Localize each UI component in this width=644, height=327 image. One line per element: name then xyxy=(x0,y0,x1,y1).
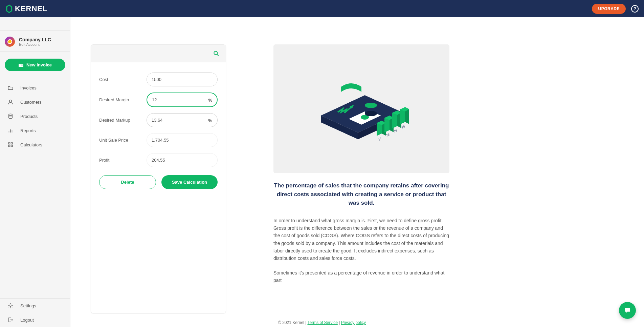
svg-point-22 xyxy=(365,111,377,116)
new-invoice-label: New Invoice xyxy=(26,62,52,67)
main-content: Cost Desired Margin % Desired Markup % U… xyxy=(70,17,644,327)
nav-label: Settings xyxy=(20,303,36,308)
header: KERNEL UPGRADE ? xyxy=(0,0,644,17)
svg-rect-10 xyxy=(11,145,13,147)
footer: © 2021 Kernel | Terms of Service | Priva… xyxy=(278,320,366,325)
nav-label: Invoices xyxy=(20,85,37,90)
new-file-icon xyxy=(18,63,24,67)
profit-output xyxy=(147,153,218,167)
logout-icon xyxy=(7,317,14,323)
nav-label: Calculators xyxy=(20,142,42,147)
nav-label: Reports xyxy=(20,128,36,133)
svg-point-2 xyxy=(9,100,12,102)
nav-main: Invoices Customers Products Reports Calc… xyxy=(0,78,70,298)
profit-label: Profit xyxy=(99,158,147,163)
percent-suffix: % xyxy=(208,97,212,102)
folder-icon xyxy=(7,85,14,91)
row-profit: Profit xyxy=(99,153,218,167)
chat-icon xyxy=(624,307,631,314)
gear-icon xyxy=(7,303,14,309)
svg-rect-7 xyxy=(8,143,10,144)
sidebar: Company LLC Edit Account New Invoice Inv… xyxy=(0,17,70,327)
row-unit-price: Unit Sale Price xyxy=(99,133,218,147)
svg-rect-9 xyxy=(8,145,10,147)
chart-icon xyxy=(7,127,14,134)
logo[interactable]: KERNEL xyxy=(5,4,47,13)
cost-label: Cost xyxy=(99,77,147,82)
sidebar-item-products[interactable]: Products xyxy=(0,109,70,123)
sidebar-item-settings[interactable]: Settings xyxy=(0,299,70,313)
tos-link[interactable]: Terms of Service xyxy=(307,320,337,325)
chat-fab[interactable] xyxy=(619,302,636,319)
header-actions: UPGRADE ? xyxy=(592,4,639,14)
brand-name: KERNEL xyxy=(15,4,47,13)
calculator-body: Cost Desired Margin % Desired Markup % U… xyxy=(91,62,226,197)
edit-account-link[interactable]: Edit Account xyxy=(19,42,51,46)
unitprice-output xyxy=(147,133,218,147)
nav-label: Customers xyxy=(20,100,42,105)
save-calculation-button[interactable]: Save Calculation xyxy=(161,175,218,189)
svg-point-3 xyxy=(9,114,13,116)
svg-rect-1 xyxy=(22,64,22,66)
footer-sep: | xyxy=(338,320,341,325)
row-margin: Desired Margin % xyxy=(99,93,218,107)
info-paragraph-1: In order to understand what gross margin… xyxy=(273,217,449,262)
privacy-link[interactable]: Privacy policy xyxy=(341,320,366,325)
svg-point-23 xyxy=(365,103,377,108)
row-cost: Cost xyxy=(99,73,218,86)
markup-input[interactable] xyxy=(147,113,218,127)
company-name: Company LLC xyxy=(19,37,51,42)
grid-icon xyxy=(7,142,14,148)
calculator-actions: Delete Save Calculation xyxy=(99,175,218,189)
info-panel: '17 '18 '19 '20 The percentage of sales … xyxy=(273,44,449,313)
sidebar-item-logout[interactable]: Logout xyxy=(0,313,70,327)
copyright: © 2021 Kernel | xyxy=(278,320,307,325)
sidebar-item-reports[interactable]: Reports xyxy=(0,123,70,138)
nav-label: Logout xyxy=(20,318,34,323)
logo-icon xyxy=(5,4,13,13)
info-title: The percentage of sales that the company… xyxy=(273,181,449,207)
unitprice-label: Unit Sale Price xyxy=(99,138,147,143)
percent-suffix: % xyxy=(208,118,212,123)
cost-input[interactable] xyxy=(147,73,218,86)
margin-label: Desired Margin xyxy=(99,97,147,102)
svg-rect-8 xyxy=(11,143,13,144)
svg-point-12 xyxy=(214,51,217,55)
upgrade-button[interactable]: UPGRADE xyxy=(592,4,626,14)
database-icon xyxy=(7,113,14,119)
delete-button[interactable]: Delete xyxy=(99,175,156,189)
svg-point-11 xyxy=(10,305,12,307)
calculator-header xyxy=(91,45,226,62)
sidebar-item-customers[interactable]: Customers xyxy=(0,95,70,109)
illustration: '17 '18 '19 '20 xyxy=(273,44,449,173)
new-invoice-button[interactable]: New Invoice xyxy=(5,59,65,71)
person-icon xyxy=(7,99,14,105)
calculator-card: Cost Desired Margin % Desired Markup % U… xyxy=(91,44,226,313)
search-icon[interactable] xyxy=(213,50,220,57)
nav-bottom: Settings Logout xyxy=(0,298,70,327)
help-icon[interactable]: ? xyxy=(631,5,639,13)
avatar xyxy=(5,37,15,47)
info-paragraph-2: Sometimes it's presented as a percentage… xyxy=(273,269,449,284)
row-markup: Desired Markup % xyxy=(99,113,218,127)
sidebar-item-calculators[interactable]: Calculators xyxy=(0,138,70,152)
account-section[interactable]: Company LLC Edit Account xyxy=(0,30,70,52)
svg-line-13 xyxy=(217,54,219,56)
svg-text:'17: '17 xyxy=(377,137,382,142)
nav-label: Products xyxy=(20,114,38,119)
margin-input[interactable] xyxy=(147,93,218,107)
sidebar-item-invoices[interactable]: Invoices xyxy=(0,81,70,95)
markup-label: Desired Markup xyxy=(99,118,147,123)
